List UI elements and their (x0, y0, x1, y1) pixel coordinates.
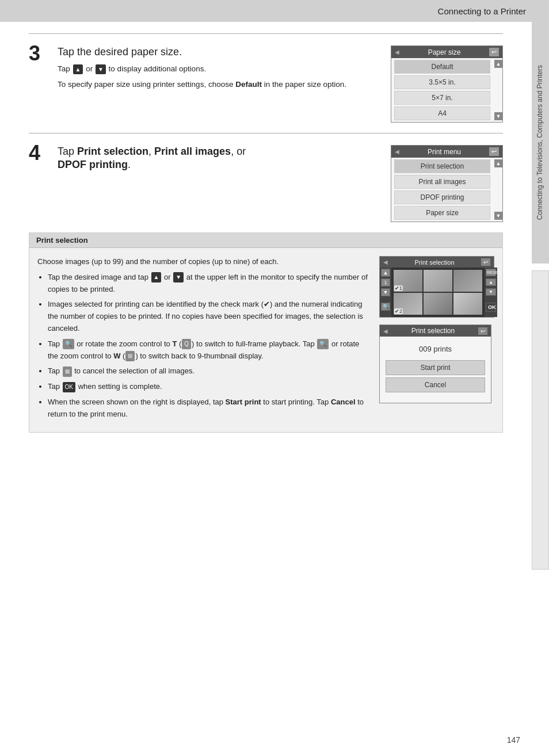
thumb-cell-4[interactable]: ✔2 (394, 293, 422, 315)
print-scroll-down[interactable]: ▼ (494, 212, 502, 220)
thumb-down-btn[interactable]: ▼ (381, 288, 390, 296)
page-number: 147 (507, 735, 520, 744)
step3-line1: Tap ▲ or ▼ to display additional options… (58, 63, 379, 75)
print-menu-item-all[interactable]: Print all images (394, 175, 490, 189)
side-tab-bottom (532, 270, 549, 570)
paper-size-scroll: ▲ ▼ (493, 58, 502, 122)
print-menu-list: Print selection Print all images DPOF pr… (391, 158, 493, 222)
step3-image: ◀ Paper size ↩ Default 3.5×5 in. 5×7 in.… (391, 45, 503, 123)
side-tab-label: Connecting to Televisions, Computers and… (536, 65, 545, 220)
print-scroll-up[interactable]: ▲ (494, 159, 502, 167)
step3-block: 3 Tap the desired paper size. Tap ▲ or ▼… (29, 40, 503, 123)
paper-size-item-a4[interactable]: A4 (394, 106, 490, 120)
print-menu-back: ↩ (489, 147, 499, 156)
thumb-grid-area: ▲ 1 ▼ 🔍 ✔1 (380, 268, 494, 317)
zoom-icon-2: 🔍 (317, 339, 329, 349)
print-selection-body: Choose images (up to 99) and the number … (29, 248, 502, 432)
thumb-cell-1[interactable]: ✔1 (394, 270, 422, 292)
step4-bold2: Print all images (154, 146, 231, 157)
thumb-back: ↩ (481, 258, 490, 266)
print-selection-intro: Choose images (up to 99) and the number … (37, 256, 368, 268)
print-menu-list-wrapper: Print selection Print all images DPOF pr… (391, 158, 502, 222)
step4-title: Tap Print selection, Print all images, o… (58, 145, 379, 172)
paper-size-list-wrapper: Default 3.5×5 in. 5×7 in. A4 ▲ ▼ (391, 58, 502, 122)
step4-block: 4 Tap Print selection, Print all images,… (29, 139, 503, 222)
thumb-header: ◀ Print selection ↩ (380, 257, 494, 268)
thumb-zoom[interactable]: 🔍 (381, 303, 390, 311)
print-menu-item-dpof[interactable]: DPOF printing (394, 190, 490, 204)
step4-bold3: DPOF printing (58, 159, 128, 170)
thumb-img-3 (453, 270, 482, 292)
print2-title: Print selection (411, 327, 455, 335)
step3-content: Tap the desired paper size. Tap ▲ or ▼ t… (58, 45, 503, 123)
main-content: 3 Tap the desired paper size. Tap ▲ or ▼… (0, 22, 549, 453)
paper-size-back: ↩ (489, 48, 499, 56)
thumb-camera-ui: ◀ Print selection ↩ ▲ 1 ▼ 🔍 (379, 256, 494, 318)
thumb-cell-3[interactable] (453, 270, 482, 292)
ok-icon: OK (63, 382, 75, 392)
bullet-2: Images selected for printing can be iden… (48, 299, 368, 334)
scroll-up-btn[interactable]: ▲ (494, 60, 502, 68)
thumb-check-4: ✔2 (394, 308, 403, 314)
print-menu-item-selection[interactable]: Print selection (394, 159, 490, 173)
step3-number: 3 (29, 43, 58, 123)
paper-size-item-default[interactable]: Default (394, 60, 490, 74)
print-selection-images-col: ◀ Print selection ↩ ▲ 1 ▼ 🔍 (379, 256, 494, 424)
step4-divider (29, 133, 503, 133)
step3-body: Tap ▲ or ▼ to display additional options… (58, 63, 379, 90)
print2-ui: ◀ Print selection ↩ 009 prints Start pri… (379, 324, 491, 403)
print2-content: 009 prints Start print Cancel (380, 337, 491, 403)
cancel-icon: ⊠ (63, 366, 72, 377)
step4-number: 4 (29, 143, 58, 222)
thumb-grid: ✔1 ✔2 (391, 268, 485, 317)
print-menu-header: ◀ Print menu ↩ (391, 146, 502, 158)
step3-divider (29, 33, 503, 34)
zoom-icon: 🔍 (63, 339, 74, 349)
thumb-title: Print selection (414, 259, 454, 266)
bullet-4: Tap ⊠ to cancel the selection of all ima… (48, 365, 368, 377)
bullet-3: Tap 🔍 or rotate the zoom control to T (Q… (48, 338, 368, 362)
bullet-1: Tap the desired image and tap ▲ or ▼ at … (48, 272, 368, 296)
scroll-down-btn[interactable]: ▼ (494, 112, 502, 120)
print2-prints: 009 prints (386, 345, 485, 353)
reset-btn[interactable]: RESET (486, 269, 496, 276)
side-tab: Connecting to Televisions, Computers and… (532, 22, 549, 264)
page-title: Connecting to a Printer (438, 6, 526, 16)
step4-bold1: Print selection (77, 146, 148, 157)
thumb-img-2 (424, 270, 452, 292)
ok-btn[interactable]: OK (486, 303, 496, 312)
paper-size-title: Paper size (428, 48, 461, 56)
thumb-left-controls: ▲ 1 ▼ 🔍 (380, 268, 391, 317)
up-icon: ▲ (73, 64, 83, 74)
w-icon: ⊞ (125, 351, 135, 361)
cancel-btn[interactable]: Cancel (386, 377, 485, 392)
bullet-6: When the screen shown on the right is di… (48, 396, 368, 421)
thumb-cell-5[interactable] (424, 293, 452, 315)
thumb-img-6 (453, 293, 482, 315)
step3-title: Tap the desired paper size. (58, 45, 379, 59)
down-icon: ▼ (96, 64, 106, 74)
thumb-right-controls: RESET ▲ ▼ OK (485, 268, 497, 317)
bullet-5: Tap OK when setting is complete. (48, 381, 368, 393)
print-menu-ui: ◀ Print menu ↩ Print selection Print all… (391, 145, 503, 222)
paper-size-list: Default 3.5×5 in. 5×7 in. A4 (391, 58, 493, 122)
step4-content: Tap Print selection, Print all images, o… (58, 145, 503, 222)
scroll-down-right[interactable]: ▼ (486, 288, 496, 296)
paper-size-item-5x7[interactable]: 5×7 in. (394, 91, 490, 105)
thumb-cell-6[interactable] (453, 293, 482, 315)
paper-size-item-35x5[interactable]: 3.5×5 in. (394, 75, 490, 89)
print2-back: ↩ (478, 327, 487, 335)
header-bar: Connecting to a Printer (0, 0, 549, 22)
print-selection-text-col: Choose images (up to 99) and the number … (37, 256, 368, 424)
up-icon-2: ▲ (151, 272, 162, 282)
paper-size-header: ◀ Paper size ↩ (391, 46, 502, 58)
thumb-cell-2[interactable] (424, 270, 452, 292)
start-print-btn[interactable]: Start print (386, 360, 485, 375)
thumb-up-btn[interactable]: ▲ (381, 269, 390, 277)
print2-header: ◀ Print selection ↩ (380, 325, 491, 337)
scroll-up-right[interactable]: ▲ (486, 278, 496, 286)
print-menu-title: Print menu (428, 148, 461, 156)
print-menu-item-papersize[interactable]: Paper size (394, 206, 490, 220)
thumb-num: 1 (381, 278, 390, 287)
print-selection-bullets: Tap the desired image and tap ▲ or ▼ at … (48, 272, 368, 421)
